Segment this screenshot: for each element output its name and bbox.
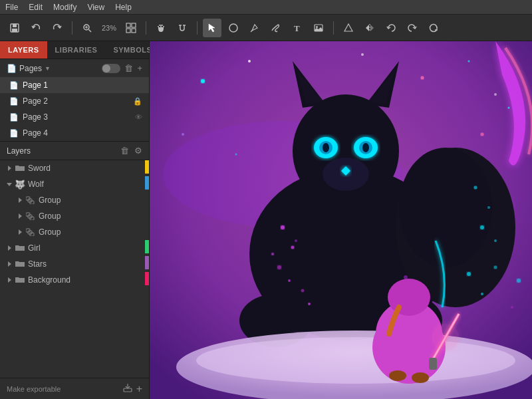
svg-rect-10	[132, 29, 136, 33]
svg-point-83	[388, 279, 430, 316]
layer-group-3[interactable]: Group	[0, 224, 149, 240]
rotate-cw-button[interactable]	[403, 19, 422, 37]
tab-libraries[interactable]: LIBRARIES	[47, 41, 106, 59]
image-tool[interactable]	[309, 19, 328, 37]
background-color-indicator	[145, 272, 149, 285]
wolf-color-indicator	[145, 176, 149, 190]
undo-button[interactable]	[27, 19, 45, 37]
separator-4	[333, 21, 334, 35]
stars-color-indicator	[145, 256, 149, 269]
wolf-expand[interactable]	[5, 180, 13, 188]
layer-sword-name: Sword	[28, 164, 144, 173]
cursor-tool[interactable]	[203, 19, 221, 37]
text-tool[interactable]: T	[288, 19, 307, 37]
svg-point-93	[481, 293, 483, 295]
flip-button[interactable]	[360, 19, 379, 37]
fit-button[interactable]	[122, 19, 140, 37]
pages-label: Pages	[19, 64, 42, 73]
layer-girl[interactable]: Girl	[0, 240, 149, 256]
export-icon[interactable]	[123, 383, 132, 395]
svg-point-71	[399, 148, 492, 267]
page-doc-icon-3: 📄	[9, 113, 19, 122]
redo-button[interactable]	[48, 19, 66, 37]
page-doc-icon-4: 📄	[9, 129, 19, 138]
svg-point-74	[480, 225, 484, 229]
svg-point-56	[362, 143, 369, 152]
layer-wolf[interactable]: 🐺 Wolf	[0, 176, 149, 192]
sword-color-indicator	[145, 160, 149, 174]
page-item-1-left: 📄 Page 1	[9, 80, 48, 90]
menu-view[interactable]: View	[87, 3, 104, 12]
girl-folder-icon	[15, 243, 25, 253]
separator-1	[72, 21, 72, 35]
page-lock-icon-2: 🔒	[133, 97, 142, 106]
page-item-3[interactable]: 📄 Page 3 👁	[0, 109, 149, 125]
layers-section: Layers 🗑 ⚙ Sword	[0, 142, 149, 378]
pen-tool[interactable]	[245, 19, 264, 37]
svg-point-61	[288, 279, 291, 282]
add-page-icon[interactable]: +	[137, 63, 142, 73]
save-button[interactable]	[5, 19, 24, 37]
zoom-button[interactable]	[78, 19, 96, 37]
tab-layers[interactable]: LAYERS	[0, 41, 47, 59]
menu-edit[interactable]: Edit	[29, 3, 43, 12]
layer-options-icon[interactable]: ⚙	[134, 146, 142, 156]
group3-expand[interactable]	[16, 228, 24, 236]
refresh-button[interactable]	[424, 19, 443, 37]
svg-point-72	[474, 186, 477, 190]
menu-file[interactable]: File	[5, 3, 18, 12]
page-item-2-left: 📄 Page 2	[9, 96, 48, 106]
background-expand[interactable]	[5, 276, 13, 284]
toggle-switch[interactable]	[102, 64, 120, 73]
page-item-1[interactable]: 📄 Page 1	[0, 77, 149, 93]
page-name-3: Page 3	[23, 112, 48, 122]
layer-background[interactable]: Background	[0, 272, 149, 288]
magnet-tool[interactable]	[173, 19, 192, 37]
make-exportable-label: Make exportable	[7, 385, 61, 393]
stars-expand[interactable]	[5, 260, 13, 268]
pages-chevron-icon: ▼	[45, 65, 51, 72]
ellipse-tool[interactable]	[224, 19, 243, 37]
svg-point-37	[494, 93, 497, 96]
main-content: LAYERS LIBRARIES SYMBOLS 📄 Pages ▼ 🗑 +	[0, 41, 532, 399]
canvas-area[interactable]	[150, 41, 532, 399]
layer-group1-name: Group	[39, 196, 144, 205]
menu-help[interactable]: Help	[115, 3, 132, 12]
group1-expand[interactable]	[16, 196, 24, 204]
svg-point-79	[196, 337, 515, 384]
girl-expand[interactable]	[5, 244, 13, 252]
page-name-1: Page 1	[23, 80, 48, 90]
layer-background-name: Background	[28, 275, 144, 285]
svg-point-73	[487, 206, 490, 209]
rotate-ccw-button[interactable]	[382, 19, 400, 37]
svg-point-55	[323, 143, 329, 152]
hand-tool[interactable]	[152, 19, 170, 37]
page-doc-icon-2: 📄	[9, 97, 19, 106]
layers-title: Layers	[7, 146, 31, 156]
layer-stars[interactable]: Stars	[0, 256, 149, 272]
pages-header: 📄 Pages ▼ 🗑 +	[0, 59, 149, 77]
menu-modify[interactable]: Modify	[53, 3, 76, 12]
sword-expand[interactable]	[5, 164, 13, 172]
svg-point-64	[271, 253, 274, 255]
group2-expand[interactable]	[16, 212, 24, 220]
layer-sword[interactable]: Sword	[0, 160, 149, 176]
layer-group-2[interactable]: Group	[0, 208, 149, 224]
path-tool[interactable]	[267, 19, 285, 37]
triangle-tool[interactable]	[339, 19, 358, 37]
delete-layer-icon[interactable]: 🗑	[120, 146, 129, 156]
sword-folder-icon	[15, 163, 25, 174]
add-export-icon[interactable]: +	[136, 383, 142, 395]
svg-point-34	[361, 53, 364, 56]
group2-icon	[25, 211, 36, 221]
svg-text:T: T	[294, 23, 300, 33]
svg-point-58	[281, 225, 285, 229]
pages-header-left[interactable]: 📄 Pages ▼	[7, 64, 51, 73]
layer-group3-name: Group	[39, 227, 144, 237]
svg-line-4	[89, 29, 92, 32]
svg-point-69	[404, 275, 408, 279]
page-item-2[interactable]: 📄 Page 2 🔒	[0, 93, 149, 109]
page-item-4[interactable]: 📄 Page 4	[0, 125, 149, 141]
delete-page-icon[interactable]: 🗑	[124, 63, 133, 73]
layer-group-1[interactable]: Group	[0, 192, 149, 208]
